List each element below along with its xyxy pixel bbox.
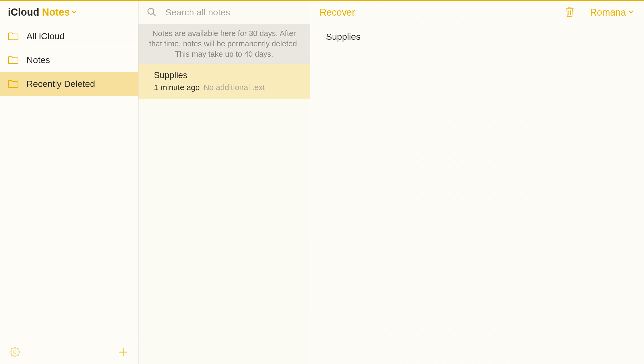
folder-label: All iCloud — [26, 31, 65, 41]
note-list-meta: 1 minute ago No additional text — [154, 83, 294, 92]
folder-icon — [8, 56, 19, 64]
notes-list-pane: Notes are available here for 30 days. Af… — [138, 1, 310, 364]
folder-all-icloud[interactable]: All iCloud — [0, 24, 138, 48]
content-header: Recover Romana — [310, 1, 644, 24]
folder-list: All iCloud Notes Recently Deleted — [0, 24, 138, 341]
sidebar-header[interactable]: iCloud Notes — [0, 1, 138, 24]
content-pane: Recover Romana Supplies — [310, 1, 644, 364]
deleted-notice: Notes are available here for 30 days. Af… — [138, 24, 310, 64]
app-title-icloud: iCloud — [8, 7, 39, 18]
chevron-down-icon — [70, 8, 78, 17]
sidebar-footer — [0, 341, 138, 364]
note-content-body[interactable]: Supplies — [310, 24, 644, 364]
note-list-item[interactable]: Supplies 1 minute ago No additional text — [138, 64, 310, 99]
trash-icon — [565, 6, 574, 19]
note-list-preview: No additional text — [203, 83, 265, 92]
gear-icon — [10, 347, 20, 358]
svg-point-0 — [14, 351, 16, 353]
new-folder-button[interactable] — [118, 347, 129, 359]
folder-icon — [8, 79, 19, 88]
folder-notes[interactable]: Notes — [0, 48, 138, 72]
plus-icon — [118, 347, 129, 359]
svg-line-4 — [153, 14, 155, 16]
user-menu[interactable]: Romana — [582, 7, 634, 18]
search-bar — [138, 1, 310, 24]
app-title-notes: Notes — [42, 7, 70, 18]
recover-button[interactable]: Recover — [320, 7, 355, 18]
settings-button[interactable] — [10, 347, 20, 358]
note-list-time: 1 minute ago — [154, 83, 200, 92]
folder-recently-deleted[interactable]: Recently Deleted — [0, 72, 138, 96]
user-name: Romana — [590, 7, 626, 18]
search-input[interactable] — [166, 7, 302, 17]
folder-icon — [8, 32, 19, 40]
search-icon — [146, 7, 156, 18]
note-content-title: Supplies — [326, 32, 628, 42]
app-container: iCloud Notes All iCloud Notes — [0, 1, 644, 364]
folder-label: Notes — [26, 55, 50, 65]
sidebar: iCloud Notes All iCloud Notes — [0, 1, 138, 364]
note-list-title: Supplies — [154, 70, 294, 80]
chevron-down-icon — [628, 8, 634, 16]
delete-button[interactable] — [557, 6, 582, 19]
folder-label: Recently Deleted — [26, 79, 95, 89]
